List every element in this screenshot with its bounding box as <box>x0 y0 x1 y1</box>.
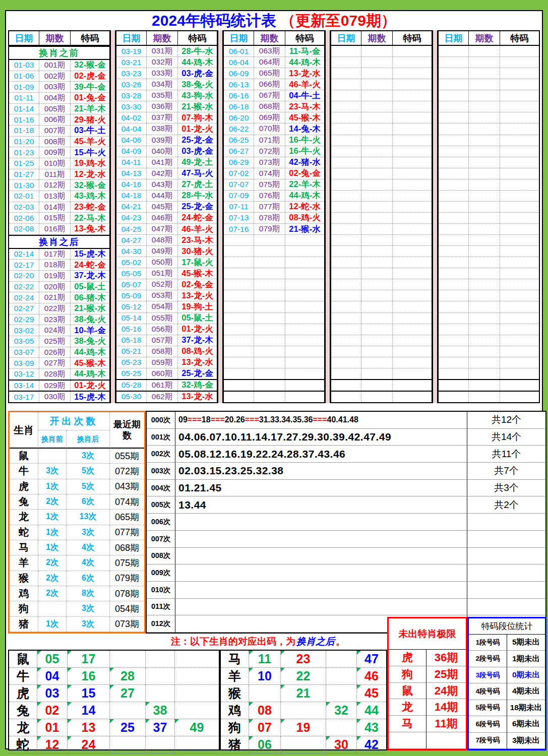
stats-zodiac: 兔 <box>10 494 38 510</box>
cell-code <box>500 268 539 279</box>
note-row: 注：以下生肖的对应出码，为换肖之后。 <box>127 635 389 649</box>
result-row: 03-02024期10-羊-金 <box>9 325 109 336</box>
stats-before: 1次 <box>38 617 67 632</box>
stats-before: 2次 <box>38 571 67 586</box>
stats-recent: 079期 <box>110 571 144 586</box>
cell-code: 44-鸡-木 <box>71 347 109 358</box>
result-row <box>331 290 432 301</box>
result-row <box>224 268 324 279</box>
result-row <box>331 168 432 179</box>
result-row: 04-11041期49-龙-土 <box>116 157 217 168</box>
result-row <box>439 335 539 346</box>
mapping-table-right: 马112347羊102246猴2145鸡083244狗071943猪063042 <box>220 650 387 750</box>
cell-date: 05-09 <box>116 290 147 301</box>
results-group-4: 日期期数特码 <box>330 30 433 403</box>
result-row: 06-09065期13-龙-水 <box>224 68 324 79</box>
stats-zodiac: 虎 <box>10 479 38 494</box>
cell-code: 32-猴-金 <box>71 60 109 71</box>
result-row: 07-09076期44-鸡-木 <box>224 191 324 202</box>
stats-before: 1次 <box>38 479 67 494</box>
cell-code: 07-狗-木 <box>178 112 217 123</box>
cell-period <box>254 268 285 279</box>
result-row <box>439 157 539 168</box>
cell-code: 21-猴-水 <box>178 101 217 112</box>
stats-header-recent: 最近期数 <box>110 412 144 449</box>
result-row: 02-24021期06-猪-木 <box>9 292 109 303</box>
cell-date: 01-30 <box>9 180 39 191</box>
stats-zodiac: 蛇 <box>10 525 38 540</box>
result-row <box>439 324 539 335</box>
result-row: 04-23046期24-蛇-金 <box>116 213 217 224</box>
cell-date <box>439 380 469 391</box>
cell-code: 45-羊-火 <box>71 137 109 147</box>
cell-period: 072期 <box>254 146 285 157</box>
cell-date: 06-29 <box>224 157 254 168</box>
cell-date: 02-01 <box>9 191 39 202</box>
cell-date: 05-05 <box>116 268 147 279</box>
frequency-label: 007次 <box>147 531 175 548</box>
frequency-label: 011次 <box>147 599 175 616</box>
cell-date: 02-27 <box>9 303 39 314</box>
cell-period <box>361 90 393 101</box>
missing-periods: 11期 <box>427 716 466 732</box>
result-row: 07-07075期22-羊-木 <box>224 179 324 191</box>
frequency-segment: 13.44 <box>178 499 206 511</box>
cell-date <box>439 123 469 134</box>
cell-period <box>469 179 500 190</box>
mapping-number <box>110 702 146 719</box>
cell-code <box>285 301 324 312</box>
result-row <box>331 123 432 135</box>
cell-period <box>361 335 393 346</box>
segment-stats-grid: 1段号码5期未出2段号码1期未出3段号码0期未出4段号码4期未出5段号码18期未… <box>469 635 545 749</box>
cell-code: 05-鼠-土 <box>178 313 217 324</box>
frequency-segment: 04.06.07.10.11.14.17.27.29.30.39.42.47.4… <box>178 431 391 443</box>
cell-period <box>469 112 500 123</box>
cell-date: 03-30 <box>116 101 147 112</box>
cell-date: 04-09 <box>116 146 147 157</box>
cell-code: 46-羊-火 <box>285 79 324 90</box>
result-row: 07-11077期12-蛇-水 <box>224 202 324 213</box>
stats-after: 6次 <box>67 571 110 586</box>
cell-date <box>331 79 361 90</box>
cell-code: 25-龙-金 <box>178 202 217 212</box>
cell-code: 12-蛇-水 <box>285 202 324 212</box>
frequency-count: 共7个 <box>467 463 545 480</box>
mapping-number <box>326 719 357 736</box>
cell-date <box>331 168 361 179</box>
frequency-label: 012次 <box>147 615 175 633</box>
cell-period: 071期 <box>254 135 285 146</box>
cell-code <box>500 346 539 357</box>
result-row: 06-25071期16-牛-火 <box>224 135 324 146</box>
results-header: 日期期数特码 <box>224 31 324 46</box>
cell-period <box>254 301 285 312</box>
cell-date <box>331 191 361 201</box>
cell-code <box>393 191 432 201</box>
cell-date <box>331 235 361 245</box>
cell-date <box>331 346 361 357</box>
cell-code <box>393 168 432 179</box>
cell-code: 17-鼠-火 <box>178 257 217 268</box>
stats-recent: 077期 <box>110 525 144 540</box>
stats-zodiac: 鸡 <box>10 586 38 601</box>
cell-period: 006期 <box>39 114 71 125</box>
segment-value: 18期未出 <box>507 700 545 716</box>
cell-period: 054期 <box>147 301 178 312</box>
cell-date <box>439 235 469 245</box>
result-row <box>439 290 539 301</box>
result-row: 02-01013期43-鸡-木 <box>9 191 109 202</box>
mapping-zodiac: 狗 <box>221 719 249 736</box>
column-header-period: 期数 <box>147 31 178 45</box>
result-row: 03-09027期45-猴-木 <box>9 358 109 369</box>
cell-date <box>331 135 361 146</box>
cell-date: 02-20 <box>9 271 39 281</box>
segment-label: 5段号码 <box>469 700 507 716</box>
result-row: 05-12054期19-狗-土 <box>116 301 217 312</box>
cell-period <box>469 191 500 201</box>
result-row <box>224 257 324 268</box>
cell-date <box>224 368 254 379</box>
cell-date <box>331 123 361 134</box>
results-header: 日期期数特码 <box>116 31 217 46</box>
stats-before <box>38 449 67 464</box>
cell-code: 13-兔-木 <box>71 224 109 234</box>
stats-after: 5次 <box>67 464 110 479</box>
